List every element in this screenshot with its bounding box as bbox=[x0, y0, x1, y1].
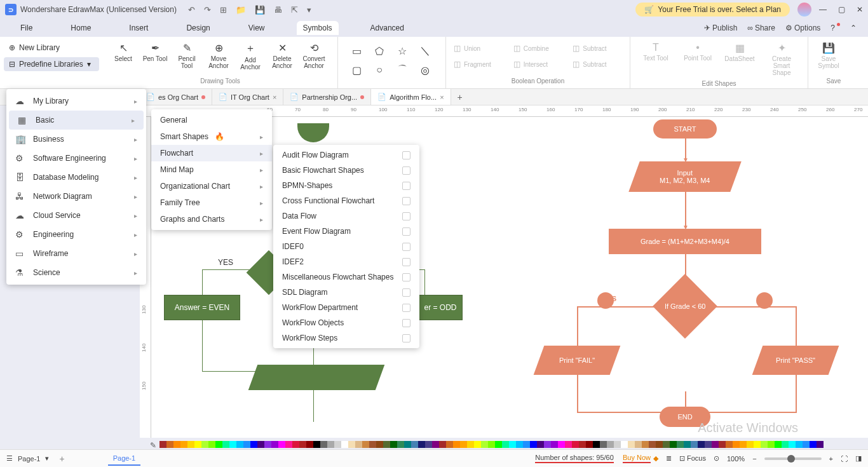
color-swatch[interactable] bbox=[733, 441, 740, 448]
lib-sub-smart-shapes[interactable]: Smart Shapes🔥▸ bbox=[151, 128, 272, 145]
color-swatch[interactable] bbox=[243, 441, 250, 448]
maximize-button[interactable]: ▢ bbox=[838, 5, 845, 14]
color-swatch[interactable] bbox=[187, 441, 194, 448]
lib-cat-engineering[interactable]: ⚙Engineering▸ bbox=[6, 225, 146, 244]
flowchart-lib-audit-flow-diagram[interactable]: Audit Flow Diagram bbox=[273, 147, 419, 163]
color-swatch[interactable] bbox=[341, 441, 348, 448]
tool-move-anchor[interactable]: ⊕Move Anchor bbox=[203, 39, 234, 73]
color-swatch[interactable] bbox=[656, 441, 663, 448]
color-swatch[interactable] bbox=[509, 441, 516, 448]
doc-tab[interactable]: 📄Algorithm Flo...× bbox=[371, 89, 451, 105]
bool-subtract[interactable]: ◫Subtract bbox=[570, 41, 625, 55]
color-swatch[interactable] bbox=[173, 441, 180, 448]
open-icon[interactable]: 📁 bbox=[236, 5, 246, 15]
checkbox[interactable] bbox=[402, 258, 410, 266]
color-swatch[interactable] bbox=[432, 441, 439, 448]
color-swatch[interactable] bbox=[215, 441, 222, 448]
bool-intersect[interactable]: ◫Intersect bbox=[511, 57, 566, 71]
flowchart-lib-idef0[interactable]: IDEF0 bbox=[273, 239, 419, 254]
color-swatch[interactable] bbox=[369, 441, 376, 448]
color-swatch[interactable] bbox=[565, 441, 572, 448]
shape-line-icon[interactable]: ＼ bbox=[420, 44, 430, 58]
color-swatch[interactable] bbox=[404, 441, 411, 448]
color-swatch[interactable] bbox=[768, 441, 775, 448]
color-swatch[interactable] bbox=[285, 441, 292, 448]
lib-cat-wireframe[interactable]: ▭Wireframe▸ bbox=[6, 244, 146, 263]
edit-text-tool[interactable]: TText Tool bbox=[635, 39, 676, 79]
close-button[interactable]: ✕ bbox=[857, 5, 863, 14]
color-swatch[interactable] bbox=[390, 441, 397, 448]
color-swatch[interactable] bbox=[159, 441, 166, 448]
lib-sub-general[interactable]: General bbox=[151, 112, 272, 128]
lib-cat-science[interactable]: ⚗Science▸ bbox=[6, 263, 146, 282]
page-tab[interactable]: Page-1 bbox=[108, 452, 140, 466]
menu-symbols[interactable]: Symbols bbox=[297, 21, 339, 35]
lib-cat-network-diagram[interactable]: 🖧Network Diagram▸ bbox=[6, 187, 146, 206]
color-swatch[interactable] bbox=[621, 441, 628, 448]
shape-pentagon-icon[interactable]: ⬠ bbox=[375, 45, 384, 57]
shape-roundrect-icon[interactable]: ▢ bbox=[352, 64, 362, 76]
flowchart-lib-idef2[interactable]: IDEF2 bbox=[273, 254, 419, 269]
fullscreen-icon[interactable]: ⛶ bbox=[841, 455, 848, 463]
color-swatch[interactable] bbox=[558, 441, 565, 448]
color-swatch[interactable] bbox=[607, 441, 614, 448]
flowchart-lib-basic-flowchart-shapes[interactable]: Basic Flowchart Shapes bbox=[273, 163, 419, 178]
color-swatch[interactable] bbox=[642, 441, 649, 448]
color-swatch[interactable] bbox=[579, 441, 586, 448]
flowchart-shapes-menu[interactable]: Audit Flow DiagramBasic Flowchart Shapes… bbox=[273, 145, 419, 348]
tool-delete-anchor[interactable]: ✕Delete Anchor bbox=[267, 39, 297, 73]
checkbox[interactable] bbox=[402, 273, 410, 281]
color-swatch[interactable] bbox=[705, 441, 712, 448]
shape-rect-icon[interactable]: ▭ bbox=[352, 45, 362, 57]
color-swatch[interactable] bbox=[467, 441, 474, 448]
color-swatch[interactable] bbox=[817, 441, 824, 448]
color-swatch[interactable] bbox=[537, 441, 544, 448]
color-swatch[interactable] bbox=[166, 441, 173, 448]
color-swatch[interactable] bbox=[670, 441, 677, 448]
lib-sub-graphs-and-charts[interactable]: Graphs and Charts▸ bbox=[151, 211, 272, 227]
color-swatch[interactable] bbox=[439, 441, 446, 448]
close-tab-icon[interactable]: × bbox=[440, 93, 444, 101]
color-swatch[interactable] bbox=[614, 441, 621, 448]
library-category-menu[interactable]: ☁My Library▸▦Basic▸🏢Business▸⚙Software E… bbox=[6, 89, 146, 285]
tool-select[interactable]: ↖Select bbox=[108, 39, 139, 73]
page-select[interactable]: Page-1 bbox=[18, 455, 40, 463]
color-swatch[interactable] bbox=[719, 441, 726, 448]
color-swatch[interactable] bbox=[803, 441, 810, 448]
lib-sub-family-tree[interactable]: Family Tree▸ bbox=[151, 194, 272, 211]
color-swatch[interactable] bbox=[474, 441, 481, 448]
flowchart-lib-data-flow[interactable]: Data Flow bbox=[273, 208, 419, 224]
close-tab-icon[interactable]: × bbox=[273, 93, 276, 101]
color-swatch[interactable] bbox=[236, 441, 243, 448]
predefine-libraries-button[interactable]: ⊟ Predefine Libraries▾ bbox=[4, 57, 99, 71]
color-swatch[interactable] bbox=[201, 441, 208, 448]
color-swatch[interactable] bbox=[691, 441, 698, 448]
color-swatch[interactable] bbox=[544, 441, 551, 448]
color-swatch[interactable] bbox=[572, 441, 579, 448]
checkbox[interactable] bbox=[402, 288, 410, 297]
color-swatch[interactable] bbox=[796, 441, 803, 448]
panel-toggle-icon[interactable]: ◨ bbox=[855, 454, 862, 463]
checkbox[interactable] bbox=[402, 166, 410, 175]
page-dropdown-icon[interactable]: ▾ bbox=[45, 454, 49, 463]
color-swatch[interactable] bbox=[264, 441, 271, 448]
menu-home[interactable]: Home bbox=[64, 21, 97, 35]
eyedropper-icon[interactable]: ✎ bbox=[150, 441, 157, 448]
lib-cat-database-modeling[interactable]: 🗄Database Modeling▸ bbox=[6, 168, 146, 187]
color-swatch[interactable] bbox=[460, 441, 467, 448]
add-page-button[interactable]: + bbox=[54, 454, 69, 464]
color-swatch[interactable] bbox=[306, 441, 313, 448]
color-swatch[interactable] bbox=[362, 441, 369, 448]
menu-file[interactable]: File bbox=[14, 21, 39, 35]
flowchart-lib-cross-functional-flowchart[interactable]: Cross Functional Flowchart bbox=[273, 193, 419, 208]
color-swatch[interactable] bbox=[712, 441, 719, 448]
color-swatch[interactable] bbox=[397, 441, 404, 448]
bool-subtract[interactable]: ◫Subtract bbox=[570, 57, 625, 71]
shape-spiral-icon[interactable]: ◎ bbox=[421, 64, 430, 76]
zoom-in-button[interactable]: + bbox=[829, 455, 833, 463]
doc-tab[interactable]: 📄IT Org Chart× bbox=[212, 89, 283, 105]
shape-circle-icon[interactable]: ○ bbox=[376, 64, 383, 76]
color-swatch[interactable] bbox=[271, 441, 278, 448]
checkbox[interactable] bbox=[402, 334, 410, 342]
tool-add-anchor[interactable]: ＋Add Anchor bbox=[235, 39, 266, 73]
